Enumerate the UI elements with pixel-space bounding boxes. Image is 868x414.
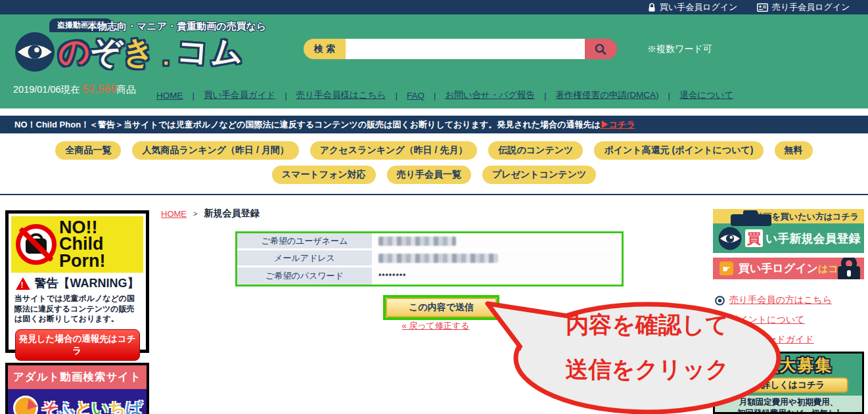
search-bar: 検 索 (304, 39, 617, 59)
pill-point-rebate[interactable]: ポイント高還元 (ポイントについて) (594, 141, 763, 160)
arrow-icon: ▶ (752, 380, 759, 390)
seller-login-label: 売り手会員ログイン (772, 1, 850, 13)
nav-contact[interactable]: お問い合せ・バグ報告 (445, 89, 535, 101)
recruit-note-line: 月額固定費用や初期費用、 (715, 397, 862, 408)
masked-password: ******** (378, 272, 406, 280)
recruit-note-line: 初回登録費用など一切無し! (715, 408, 862, 414)
password-value: ******** (372, 267, 622, 285)
buy-kanji-accent: 買 (745, 229, 763, 247)
orange-circle-icon (13, 396, 38, 414)
pill-access-ranking[interactable]: アクセスランキング（昨日 / 先月） (310, 141, 478, 160)
tagline: 本物志向・マニア・貴重動画の売買なら (87, 20, 266, 33)
breadcrumb: HOME > 新規会員登録 (161, 208, 259, 219)
nav-buyer-guide[interactable]: 買い手会員ガイド (204, 89, 275, 101)
nav-separator: | (668, 91, 671, 101)
nav-dmca[interactable]: 著作権侵害の申請(DMCA) (556, 89, 659, 101)
logo-wordmark: の ぞ き ． コ ム (58, 36, 242, 68)
site-logo[interactable]: の ぞ き ． コ ム (14, 32, 242, 72)
recruit-title: 会員大募集 (715, 354, 862, 376)
pointing-finger-icon: ☛ (720, 262, 733, 275)
logo-char: ． (154, 45, 177, 68)
table-row-email: メールアドレス (237, 250, 622, 267)
search-label: 検 索 (304, 39, 346, 59)
back-link-wrap: « 戻って修正する (390, 320, 482, 332)
eye-icon (715, 315, 725, 325)
nav-faq[interactable]: FAQ (407, 91, 424, 101)
download-guide-link-row: ダウンロードガイド (715, 334, 814, 346)
nav-seller-here[interactable]: 売り手会員様はこちら (296, 89, 386, 101)
back-to-edit-link[interactable]: « 戻って修正する (401, 321, 469, 331)
count-suffix: 商品 (117, 84, 136, 95)
product-count: 2019/01/06現在 52,569商品 (13, 83, 136, 96)
pill-seller-list[interactable]: 売り手会員一覧 (387, 166, 471, 184)
adult-search-header: アダルト動画検索サイト (8, 365, 147, 389)
recruit-detail-label: 詳しくはコチラ (762, 380, 825, 390)
adult-search-logo: そふといちば (8, 389, 147, 414)
search-note: ※複数ワード可 (647, 43, 712, 55)
search-button[interactable] (585, 39, 617, 59)
buyer-register-main: 買 い手新規会員登録 (713, 223, 864, 253)
warning-triangle-icon: ! (16, 277, 30, 290)
pill-smartphone[interactable]: スマートフォン対応 (272, 166, 376, 184)
no-child-porn-title: NO!! Child Porn! (59, 219, 106, 270)
adult-search-wordmark: そふといちば (41, 398, 143, 414)
password-label: ご希望のパスワード (237, 267, 372, 285)
count-prefix: 2019/01/06現在 (13, 84, 83, 95)
buyer-register-banner[interactable]: 動画を買いたい方はコチラ 買 い手新規会員登録 (713, 209, 864, 253)
buyer-login-banner[interactable]: ☛ 買い手ログインはコチラ (713, 258, 864, 279)
nav-home[interactable]: HOME (156, 91, 183, 101)
nav-separator: | (395, 91, 398, 101)
pixelated-username (378, 237, 456, 246)
page-title: 新規会員登録 (204, 208, 259, 219)
pill-free[interactable]: 無料 (775, 141, 813, 160)
pixelated-email (378, 254, 498, 263)
warning-report-link[interactable]: ▶コチラ (601, 120, 635, 129)
nav-separator: | (285, 91, 287, 101)
recruit-detail-button[interactable]: ▶詳しくはコチラ (729, 377, 848, 393)
id-card-icon (757, 3, 768, 12)
breadcrumb-home-link[interactable]: HOME (161, 209, 187, 219)
count-number: 52,569 (83, 83, 117, 95)
pill-legend-content[interactable]: 伝説のコンテンツ (488, 141, 583, 160)
warning-heading-label: 警告【WARNING】 (35, 275, 139, 291)
logo-char: の (56, 34, 92, 70)
email-label: メールアドレス (237, 250, 372, 265)
submit-button[interactable]: この内容で送信 (386, 298, 497, 317)
nav-withdrawal[interactable]: 退会について (679, 89, 733, 101)
logo-char: ム (208, 35, 243, 69)
main-nav: HOME | 買い手会員ガイド | 売り手会員様はこちら | FAQ | お問い… (156, 89, 733, 101)
pill-popular-ranking[interactable]: 人気商品ランキング（昨日 / 月間） (132, 141, 298, 160)
breadcrumb-separator: > (193, 210, 197, 218)
points-link-row: ポイントについて (715, 314, 805, 326)
no-child-porn-header: NO!! Child Porn! (11, 216, 143, 273)
report-button[interactable]: 発見した場合の通報先はコチラ (15, 329, 140, 361)
search-input[interactable] (346, 39, 585, 59)
username-label: ご希望のユーザネーム (237, 233, 372, 248)
nav-separator: | (544, 91, 547, 101)
username-value (372, 233, 622, 248)
seller-login-link[interactable]: 売り手会員ログイン (757, 0, 850, 14)
camera-icon (730, 210, 773, 227)
points-link[interactable]: ポイントについて (729, 314, 805, 326)
title-line: Porn! (59, 253, 106, 270)
eye-icon (718, 227, 742, 250)
email-value (372, 250, 622, 265)
member-recruit-banner[interactable]: 会員大募集 ▶詳しくはコチラ 月額固定費用や初期費用、 初回登録費用など一切無し… (713, 352, 864, 414)
pill-all-products[interactable]: 全商品一覧 (55, 141, 121, 160)
top-bar: 買い手会員ログイン 売り手会員ログイン (0, 0, 868, 14)
no-sign-icon (14, 223, 58, 266)
seller-member-link[interactable]: 売り手会員の方はこちら (729, 294, 832, 306)
warning-heading: ! 警告【WARNING】 (9, 275, 146, 291)
buyer-register-label: い手新規会員登録 (765, 231, 860, 246)
buyer-login-link[interactable]: 買い手会員ログイン (648, 0, 738, 14)
nav-separator: | (193, 91, 195, 101)
submit-highlight-box: この内容で送信 (383, 295, 499, 320)
search-icon (594, 43, 607, 56)
pill-present-content[interactable]: プレゼントコンテンツ (482, 166, 596, 184)
no-child-porn-banner[interactable]: NO!! Child Porn! ! 警告【WARNING】 当サイトでは児童ポ… (5, 210, 149, 353)
warning-body-text: 当サイトでは児童ポルノなどの国際法に違反するコンテンツの販売は固くお断りしており… (14, 294, 140, 325)
table-row-username: ご希望のユーザネーム (237, 233, 622, 250)
eye-icon (715, 335, 725, 345)
adult-search-banner[interactable]: アダルト動画検索サイト そふといちば (5, 363, 149, 414)
download-guide-link[interactable]: ダウンロードガイド (729, 334, 814, 346)
